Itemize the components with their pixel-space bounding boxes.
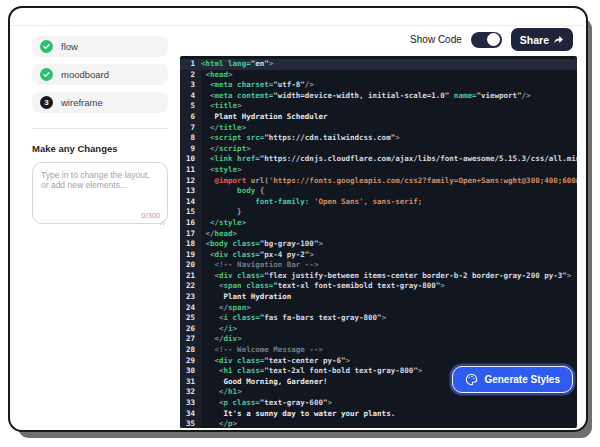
sidebar-step-wireframe[interactable]: 3wireframe — [32, 92, 168, 113]
line-content: <!-- Navigation Bar --> — [201, 260, 577, 271]
header-divider — [12, 25, 584, 26]
app-window: Show Code Share flowmoodboard3wireframe … — [8, 6, 588, 432]
line-number: 34 — [180, 409, 201, 420]
code-line: 4 <meta content="width=device-width, ini… — [180, 91, 577, 102]
code-line: 33 <p class="text-gray-600"> — [180, 398, 577, 409]
line-content: <meta charset="utf-8"/> — [201, 80, 577, 91]
changes-label: Make any Changes — [32, 143, 168, 154]
code-line: 9 </script> — [180, 144, 577, 155]
code-line: 27 </div> — [180, 334, 577, 345]
step-label: wireframe — [61, 97, 103, 108]
code-line: 22 <span class="text-xl font-semibold te… — [180, 281, 577, 292]
line-number: 19 — [180, 250, 201, 261]
line-number: 4 — [180, 91, 201, 102]
code-line: 26 </i> — [180, 324, 577, 335]
sidebar-divider — [32, 128, 168, 129]
line-content: </div> — [201, 334, 577, 345]
line-number: 5 — [180, 101, 201, 112]
line-number: 10 — [180, 154, 201, 165]
line-number: 29 — [180, 356, 201, 367]
line-content: </i> — [201, 324, 577, 335]
line-content: <div class="px-4 py-2"> — [201, 250, 577, 261]
line-number: 8 — [180, 133, 201, 144]
line-content: </style> — [201, 218, 577, 229]
line-content: <p class="text-gray-600"> — [201, 398, 577, 409]
line-content: <div class="text-center py-6"> — [201, 356, 577, 367]
code-line: 29 <div class="text-center py-6"> — [180, 356, 577, 367]
line-content: </span> — [201, 303, 577, 314]
sidebar: flowmoodboard3wireframe Make any Changes… — [32, 36, 168, 228]
line-number: 23 — [180, 292, 201, 303]
line-content: </head> — [201, 229, 577, 240]
line-number: 17 — [180, 229, 201, 240]
line-number: 28 — [180, 345, 201, 356]
line-content: </title> — [201, 123, 577, 134]
line-number: 16 — [180, 218, 201, 229]
code-line: 20 <!-- Navigation Bar --> — [180, 260, 577, 271]
palette-icon — [465, 373, 478, 386]
line-content: <i class="fas fa-bars text-gray-800"> — [201, 313, 577, 324]
line-number: 6 — [180, 112, 201, 123]
line-content: <script src="https://cdn.tailwindcss.com… — [201, 133, 577, 144]
resize-grip-icon[interactable] — [159, 219, 166, 226]
share-button-label: Share — [520, 34, 549, 46]
code-line: 17 </head> — [180, 229, 577, 240]
check-icon — [40, 40, 53, 53]
show-code-label: Show Code — [410, 34, 462, 45]
line-number: 2 — [180, 70, 201, 81]
code-line: 18 <body class="bg-gray-100"> — [180, 239, 577, 250]
generate-styles-label: Generate Styles — [484, 374, 560, 385]
check-icon — [40, 68, 53, 81]
code-line: 5 <title> — [180, 101, 577, 112]
line-number: 35 — [180, 419, 201, 428]
code-line: 35 </p> — [180, 419, 577, 428]
changes-input-wrap: 0/300 — [32, 162, 168, 228]
sidebar-step-flow[interactable]: flow — [32, 36, 168, 57]
code-line: 16 </style> — [180, 218, 577, 229]
line-content: Plant Hydration Scheduler — [201, 112, 577, 123]
step-label: moodboard — [61, 69, 109, 80]
show-code-toggle[interactable] — [471, 32, 502, 48]
toggle-knob — [487, 33, 500, 46]
line-number: 31 — [180, 377, 201, 388]
code-line: 1<html lang="en"> — [180, 59, 577, 70]
line-content: <html lang="en"> — [201, 59, 577, 70]
line-number: 21 — [180, 271, 201, 282]
code-line: 19 <div class="px-4 py-2"> — [180, 250, 577, 261]
line-number: 1 — [180, 59, 201, 70]
step-label: flow — [61, 41, 78, 52]
code-line: 13 body { — [180, 186, 577, 197]
line-content: <body class="bg-gray-100"> — [201, 239, 577, 250]
line-content: body { — [201, 186, 577, 197]
sidebar-step-moodboard[interactable]: moodboard — [32, 64, 168, 85]
line-number: 22 — [180, 281, 201, 292]
line-content: <head> — [201, 70, 577, 81]
code-line: 3 <meta charset="utf-8"/> — [180, 80, 577, 91]
line-number: 13 — [180, 186, 201, 197]
line-number: 7 — [180, 123, 201, 134]
line-number: 12 — [180, 176, 201, 187]
code-line: 24 </span> — [180, 303, 577, 314]
line-number: 32 — [180, 387, 201, 398]
line-content: <meta content="width=device-width, initi… — [201, 91, 577, 102]
line-number: 33 — [180, 398, 201, 409]
code-line: 8 <script src="https://cdn.tailwindcss.c… — [180, 133, 577, 144]
line-number: 24 — [180, 303, 201, 314]
line-content: <title> — [201, 101, 577, 112]
generate-styles-button[interactable]: Generate Styles — [452, 366, 573, 393]
code-line: 10 <link href="https://cdnjs.cloudflare.… — [180, 154, 577, 165]
code-line: 15 } — [180, 207, 577, 218]
line-number: 11 — [180, 165, 201, 176]
line-content: <span class="text-xl font-semibold text-… — [201, 281, 577, 292]
line-number: 25 — [180, 313, 201, 324]
share-button[interactable]: Share — [511, 28, 573, 51]
line-content: <div class="flex justify-between items-c… — [201, 271, 577, 282]
share-arrow-icon — [553, 34, 564, 45]
line-number: 14 — [180, 197, 201, 208]
line-content: </p> — [201, 419, 577, 428]
code-line: 11 <style> — [180, 165, 577, 176]
sidebar-steps: flowmoodboard3wireframe — [32, 36, 168, 113]
code-line: 7 </title> — [180, 123, 577, 134]
line-number: 26 — [180, 324, 201, 335]
line-content: </script> — [201, 144, 577, 155]
